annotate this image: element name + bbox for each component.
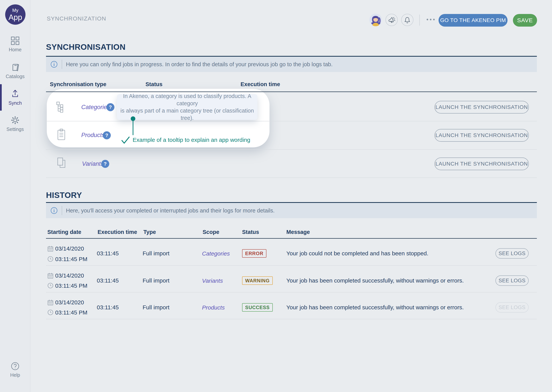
see-logs-button[interactable]: SEE LOGS — [495, 248, 529, 259]
info-icon — [50, 61, 58, 68]
history-type: Full import — [143, 304, 169, 311]
history-execution-time: 03:11:45 — [97, 277, 119, 284]
history-execution-time: 03:11:45 — [97, 250, 119, 257]
history-col-status: Status — [242, 229, 259, 235]
variants-help-icon[interactable]: ? — [101, 160, 109, 168]
row-divider — [46, 149, 537, 150]
history-message: Your job has been completed successfully… — [286, 304, 464, 311]
history-col-execution-time: Execution time — [98, 229, 137, 235]
history-date: 03/14/2020 — [55, 245, 84, 252]
history-message: Your job could not be completed and has … — [286, 250, 428, 257]
go-to-akeneo-pim-button[interactable]: GO TO THE AKENEO PIM — [439, 14, 508, 27]
sidebar-item-home[interactable]: Home — [0, 36, 30, 52]
history-time: 03:11:45 PM — [55, 282, 87, 289]
clock-icon — [47, 282, 53, 289]
history-info-text: Here, you'll access your completed or in… — [66, 208, 275, 214]
tooltip-bubble: In Akeneo, a category is used to classif… — [117, 94, 257, 120]
history-col-scope: Scope — [203, 229, 219, 235]
history-type: Full import — [143, 250, 169, 257]
sync-info-banner: Here you can only find jobs in progress.… — [46, 56, 537, 72]
info-icon — [50, 207, 58, 214]
history-section-title: HISTORY — [46, 191, 82, 200]
banner-divider — [62, 60, 62, 69]
history-col-message: Message — [286, 229, 310, 235]
launch-sync-products-button[interactable]: LAUNCH THE SYNCHRONISATION — [435, 129, 529, 142]
history-type: Full import — [143, 277, 169, 284]
announcements-button[interactable] — [385, 14, 398, 26]
settings-gear-icon — [11, 116, 20, 125]
see-logs-button[interactable]: SEE LOGS — [495, 275, 529, 286]
history-col-starting-date: Starting date — [47, 229, 81, 235]
sync-col-status: Status — [145, 81, 163, 87]
sidebar-item-label: Synch — [8, 100, 22, 106]
megaphone-icon — [388, 16, 395, 24]
launch-sync-variants-button[interactable]: LAUNCH THE SYNCHRONISATION — [435, 158, 529, 170]
history-info-banner: Here, you'll access your completed or in… — [46, 202, 537, 218]
avatar[interactable] — [369, 14, 382, 26]
home-grid-icon — [11, 36, 20, 45]
sync-col-type: Synchronisation type — [50, 81, 106, 87]
notifications-button[interactable] — [401, 14, 414, 26]
sidebar-item-label: Catalogs — [6, 74, 25, 79]
categories-help-icon[interactable]: ? — [106, 103, 114, 111]
calendar-icon — [47, 299, 53, 306]
calendar-icon — [47, 272, 53, 279]
status-badge: WARNING — [242, 276, 273, 285]
clock-icon — [47, 256, 53, 262]
history-scope-link[interactable]: Categories — [202, 250, 230, 257]
sidebar-item-synch[interactable]: Synch — [0, 84, 30, 111]
app-logo[interactable]: My App — [5, 4, 25, 25]
status-badge: SUCCESS — [242, 303, 273, 312]
history-message: Your job has been completed successfully… — [286, 277, 464, 284]
history-col-type: Type — [143, 229, 156, 235]
bell-icon — [403, 16, 411, 24]
header-divider — [419, 14, 420, 26]
tooltip-caption: Example of a tooltip to explain an app w… — [133, 137, 250, 143]
status-badge: ERROR — [242, 249, 266, 258]
tooltip-pointer-line — [133, 121, 133, 135]
see-logs-button[interactable]: SEE LOGS — [495, 302, 529, 313]
history-time: 03:11:45 PM — [55, 256, 87, 262]
tooltip-line2: is always part of a main category tree (… — [117, 107, 257, 122]
synch-upload-icon — [10, 89, 20, 98]
banner-divider — [62, 206, 62, 215]
more-options-icon[interactable] — [426, 18, 435, 21]
products-help-icon[interactable]: ? — [103, 131, 111, 139]
launch-sync-categories-button[interactable]: LAUNCH THE SYNCHRONISATION — [435, 101, 529, 113]
sync-row-categories-link[interactable]: Categories — [81, 104, 110, 111]
history-scope-link[interactable]: Variants — [202, 278, 223, 284]
row-divider — [46, 265, 537, 266]
history-date: 03/14/2020 — [55, 272, 84, 279]
catalogs-book-icon — [11, 63, 20, 72]
logo-text-bottom: App — [8, 14, 22, 21]
checkmark-icon — [121, 136, 130, 144]
row-divider — [46, 319, 537, 319]
sidebar-item-label: Home — [9, 47, 22, 52]
clock-icon — [47, 309, 53, 315]
calendar-icon — [47, 245, 53, 252]
help-circle-icon — [11, 362, 20, 371]
sidebar-item-settings[interactable]: Settings — [0, 116, 30, 132]
history-execution-time: 03:11:45 — [97, 304, 119, 311]
tooltip-pointer-dot — [131, 116, 135, 121]
variants-icon — [57, 157, 69, 169]
category-tree-icon — [56, 101, 67, 112]
sync-section-title: SYNCHRONISATION — [46, 42, 125, 52]
history-header-rule — [46, 238, 537, 239]
row-divider — [46, 292, 537, 293]
logo-text-top: My — [12, 8, 18, 13]
sync-header-rule — [46, 91, 537, 92]
page-title: SYNCHRONIZATION — [47, 15, 106, 22]
sidebar-item-help[interactable]: Help — [0, 362, 30, 378]
sync-row-variants-link[interactable]: Variants — [82, 161, 104, 167]
sidebar-item-catalogs[interactable]: Catalogs — [0, 63, 30, 79]
sync-row-products-link[interactable]: Products — [81, 132, 105, 139]
save-button[interactable]: SAVE — [513, 14, 537, 27]
sync-info-text: Here you can only find jobs in progress.… — [66, 61, 333, 68]
sidebar-item-label: Help — [10, 372, 20, 378]
tooltip-line1: In Akeneo, a category is used to classif… — [117, 92, 257, 107]
sidebar: My App Home Catalogs — [0, 0, 30, 392]
history-scope-link[interactable]: Products — [202, 304, 225, 311]
history-time: 03:11:45 PM — [55, 309, 87, 316]
clipboard-icon — [57, 129, 66, 140]
